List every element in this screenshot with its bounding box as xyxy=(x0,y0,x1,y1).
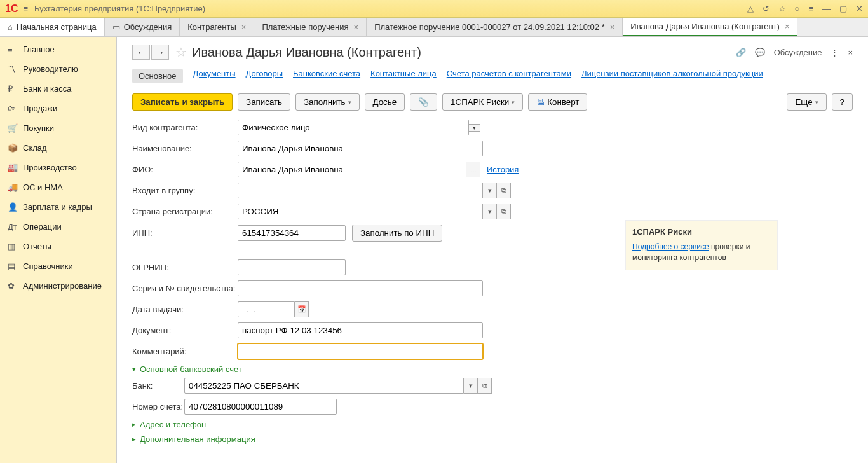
side-purchases[interactable]: 🛒Покупки xyxy=(0,118,116,138)
subtab-contracts[interactable]: Договоры xyxy=(246,69,283,83)
tab-label: Начальная страница xyxy=(17,22,97,32)
side-directories[interactable]: ▤Справочники xyxy=(0,256,116,276)
name-input[interactable] xyxy=(238,141,483,156)
save-close-button[interactable]: Записать и закрыть xyxy=(132,93,233,111)
attach-button[interactable]: 📎 xyxy=(410,93,437,111)
open-icon[interactable]: ⧉ xyxy=(497,204,511,219)
ogrnip-input[interactable] xyxy=(238,259,346,275)
favorite-icon[interactable]: ☆ xyxy=(175,45,187,60)
menu-icon[interactable]: ≡ xyxy=(23,4,28,13)
side-operations[interactable]: ДтОперации xyxy=(0,217,116,237)
kebab-icon[interactable]: ⋮ xyxy=(831,48,839,57)
discussion-icon[interactable]: 💬 xyxy=(755,48,765,57)
side-production[interactable]: 🏭Производство xyxy=(0,158,116,177)
subtab-main[interactable]: Основное xyxy=(132,69,183,83)
cert-input[interactable] xyxy=(238,280,483,296)
chevron-right-icon: ▸ xyxy=(132,420,136,429)
subtab-bank-accounts[interactable]: Банковские счета xyxy=(293,69,360,83)
subtab-settlement[interactable]: Счета расчетов с контрагентами xyxy=(447,69,571,83)
label-type: Вид контрагента: xyxy=(132,123,238,132)
side-main[interactable]: ≡Главное xyxy=(0,39,116,59)
history-link[interactable]: История xyxy=(487,165,519,174)
side-sales[interactable]: 🛍Продажи xyxy=(0,99,116,118)
tab-label: Иванова Дарья Ивановна (Контрагент) xyxy=(630,22,780,31)
tabs-bar: ⌂ Начальная страница ▭ Обсуждения Контра… xyxy=(0,18,868,37)
help-button[interactable]: ? xyxy=(832,93,853,111)
tab-counterparties[interactable]: Контрагенты × xyxy=(180,18,254,36)
bank-input[interactable] xyxy=(184,378,464,394)
side-warehouse[interactable]: 📦Склад xyxy=(0,138,116,158)
nav-back-button[interactable]: ← xyxy=(132,45,150,60)
subtab-contacts[interactable]: Контактные лица xyxy=(370,69,437,83)
chevron-down-icon: ▾ xyxy=(815,99,818,106)
close-icon[interactable]: × xyxy=(241,22,247,32)
tab-payment-order-doc[interactable]: Платежное поручение 0001-000027 от 24.09… xyxy=(367,18,623,36)
label-fio: ФИО: xyxy=(132,165,238,174)
bell-icon[interactable]: △ xyxy=(747,4,754,13)
maximize-icon[interactable]: ▢ xyxy=(839,4,847,13)
info-link[interactable]: Подробнее о сервисе xyxy=(632,242,709,251)
more-button[interactable]: Еще▾ xyxy=(787,93,826,111)
fio-input[interactable] xyxy=(238,162,466,177)
document-input[interactable] xyxy=(238,322,483,338)
tab-home[interactable]: ⌂ Начальная страница xyxy=(0,18,105,36)
label-ogrnip: ОГРНИП: xyxy=(132,263,238,272)
chevron-down-icon: ▾ xyxy=(132,365,136,373)
envelope-button[interactable]: 🖶Конверт xyxy=(528,93,587,111)
history-icon[interactable]: ↺ xyxy=(763,4,770,13)
side-manager[interactable]: 〽Руководителю xyxy=(0,59,116,79)
open-icon[interactable]: ⧉ xyxy=(478,378,492,394)
country-input[interactable] xyxy=(238,204,483,219)
dropdown-icon[interactable]: ▾ xyxy=(483,204,497,219)
titlebar-actions: △ ↺ ☆ ○ ≡ — ▢ ✕ xyxy=(747,4,863,13)
side-assets[interactable]: 🚚ОС и НМА xyxy=(0,177,116,197)
link-icon[interactable]: 🔗 xyxy=(736,48,746,57)
account-input[interactable] xyxy=(184,399,337,415)
calendar-icon[interactable]: 📅 xyxy=(295,301,309,317)
dropdown-icon[interactable]: ▾ xyxy=(483,183,497,198)
side-bank[interactable]: ₽Банк и касса xyxy=(0,79,116,99)
nav-forward-button[interactable]: → xyxy=(151,45,169,60)
close-icon[interactable]: ✕ xyxy=(856,4,863,13)
spark-button[interactable]: 1СПАРК Риски▾ xyxy=(442,93,523,111)
save-button[interactable]: Записать xyxy=(238,93,290,111)
side-reports[interactable]: ▥Отчеты xyxy=(0,237,116,256)
inn-input[interactable] xyxy=(238,225,346,241)
home-icon: ⌂ xyxy=(8,22,13,32)
content: ← → ☆ Иванова Дарья Ивановна (Контрагент… xyxy=(117,37,868,463)
star-icon[interactable]: ☆ xyxy=(778,4,786,13)
close-icon[interactable]: × xyxy=(354,22,359,32)
issue-date-input[interactable] xyxy=(238,301,295,317)
dossier-button[interactable]: Досье xyxy=(365,93,405,111)
dropdown-icon[interactable]: ▾ xyxy=(464,378,478,394)
close-icon[interactable]: × xyxy=(785,22,790,31)
ellipsis-button[interactable]: ... xyxy=(466,162,480,177)
comment-input[interactable] xyxy=(238,343,483,359)
discussion-label[interactable]: Обсуждение xyxy=(774,48,822,57)
filter-icon[interactable]: ≡ xyxy=(808,4,813,13)
dot-icon[interactable]: ○ xyxy=(795,4,800,13)
close-panel-icon[interactable]: × xyxy=(848,48,853,57)
minimize-icon[interactable]: — xyxy=(822,4,831,13)
tab-payment-orders[interactable]: Платежные поручения × xyxy=(254,18,367,36)
label-issue-date: Дата выдачи: xyxy=(132,305,238,314)
side-admin[interactable]: ✿Администрирование xyxy=(0,276,116,296)
chevron-right-icon: ▸ xyxy=(132,435,136,443)
close-icon[interactable]: × xyxy=(610,22,615,32)
person-icon: 👤 xyxy=(8,202,23,212)
fill-button[interactable]: Заполнить▾ xyxy=(295,93,359,111)
section-address-toggle[interactable]: ▸Адрес и телефон xyxy=(132,420,853,429)
group-input[interactable] xyxy=(238,183,483,198)
subtab-licenses[interactable]: Лицензии поставщиков алкогольной продукц… xyxy=(581,69,763,83)
fill-by-inn-button[interactable]: Заполнить по ИНН xyxy=(352,225,442,242)
section-extra-toggle[interactable]: ▸Дополнительная информация xyxy=(132,434,853,444)
subtab-documents[interactable]: Документы xyxy=(193,69,236,83)
tab-discussions[interactable]: ▭ Обсуждения xyxy=(105,18,180,36)
side-payroll[interactable]: 👤Зарплата и кадры xyxy=(0,197,116,217)
dropdown-icon[interactable]: ▾ xyxy=(469,124,480,132)
type-select[interactable] xyxy=(238,120,469,135)
section-bank-toggle[interactable]: ▾Основной банковский счет xyxy=(132,364,853,374)
tab-counterparty-card[interactable]: Иванова Дарья Ивановна (Контрагент) × xyxy=(623,18,797,36)
tab-label: Платежные поручения xyxy=(262,22,348,32)
open-icon[interactable]: ⧉ xyxy=(497,183,511,198)
